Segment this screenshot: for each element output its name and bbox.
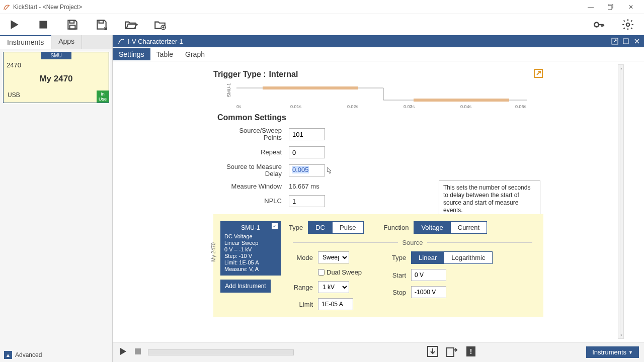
- start-input[interactable]: [411, 269, 446, 281]
- range-select[interactable]: 1 kV: [318, 281, 349, 293]
- smu-line: DC Voltage: [224, 233, 277, 239]
- log-button[interactable]: Logarithmic: [444, 252, 492, 263]
- svg-text:0.04s: 0.04s: [460, 104, 472, 109]
- warning-icon[interactable]: !: [464, 345, 477, 359]
- app-logo-icon: [3, 4, 10, 11]
- linear-button[interactable]: Linear: [412, 252, 444, 263]
- document-tab[interactable]: I-V Characterizer-1: [113, 35, 188, 47]
- common-settings-title: Common Settings: [217, 113, 543, 122]
- type-pulse-button[interactable]: Pulse: [333, 222, 363, 233]
- save-button[interactable]: [62, 16, 83, 34]
- svg-rect-13: [263, 86, 358, 89]
- smu-line: Measure: V, A: [224, 266, 277, 272]
- subtab-table[interactable]: Table: [150, 48, 179, 60]
- document-tab-label: I-V Characterizer-1: [128, 38, 183, 45]
- export-data-icon[interactable]: [445, 345, 458, 359]
- bottom-play-button[interactable]: [118, 346, 128, 358]
- instrument-model: 2470: [4, 59, 109, 71]
- source-section-label: Source: [402, 239, 423, 246]
- mode-label: Mode: [289, 254, 313, 261]
- func-voltage-button[interactable]: Voltage: [414, 222, 450, 233]
- app-tab-icon: [118, 38, 125, 45]
- svg-rect-3: [70, 20, 74, 23]
- range-label: Range: [289, 284, 313, 291]
- instruments-button[interactable]: Instruments▼: [586, 346, 639, 358]
- cursor-icon: [327, 167, 332, 174]
- smu-check-icon[interactable]: ✓: [272, 223, 278, 229]
- advanced-toggle[interactable]: ▲ Advanced: [0, 348, 112, 362]
- function-segmented: Voltage Current: [414, 221, 487, 234]
- settings-scroll: ▴▾ Trigger Type : Internal SMU-1 0s 0.: [113, 61, 644, 342]
- delay-input[interactable]: 0.005: [289, 164, 325, 176]
- new-folder-button[interactable]: [150, 16, 170, 34]
- limit-label: Limit: [289, 301, 313, 308]
- svg-rect-23: [135, 348, 141, 354]
- license-button[interactable]: [589, 16, 609, 34]
- advanced-label: Advanced: [15, 351, 42, 358]
- instrument-type-badge: SMU: [41, 52, 71, 59]
- close-button[interactable]: ✕: [621, 2, 641, 13]
- delay-tooltip: This sets the number of seconds to delay…: [439, 180, 540, 218]
- svg-rect-2: [39, 21, 47, 28]
- close-tab-icon[interactable]: [632, 36, 642, 46]
- svg-text:0.01s: 0.01s: [290, 104, 302, 109]
- stop-input[interactable]: [411, 286, 446, 298]
- dual-sweep-checkbox[interactable]: [318, 269, 325, 276]
- restore-button[interactable]: [601, 2, 621, 13]
- svg-rect-16: [414, 99, 509, 102]
- type-dc-button[interactable]: DC: [308, 222, 333, 233]
- instrument-card[interactable]: SMU 2470 My 2470 USB In Use: [3, 52, 109, 103]
- timeline-chart: SMU-1 0s 0.01s 0.02s 0.03s 0.04s 0.05s: [213, 83, 543, 110]
- bottom-stop-button[interactable]: [133, 346, 143, 358]
- svg-text:0.03s: 0.03s: [404, 104, 415, 109]
- window-title: KickStart - <New Project>: [13, 4, 581, 11]
- subtab-graph[interactable]: Graph: [179, 48, 211, 60]
- function-label: Function: [384, 224, 409, 231]
- window-label: Measure Window: [219, 183, 282, 190]
- sweep-type-label: Type: [382, 254, 406, 261]
- export-icon[interactable]: [533, 68, 543, 80]
- tab-instruments[interactable]: Instruments: [0, 35, 51, 49]
- save-as-button[interactable]: [92, 16, 112, 34]
- tab-apps[interactable]: Apps: [51, 35, 82, 49]
- smu-card[interactable]: SMU-1✓ DC Voltage Linear Sweep 0 V – -1 …: [220, 221, 281, 276]
- stop-button[interactable]: [33, 16, 53, 34]
- svg-rect-4: [70, 25, 75, 29]
- smu-line: 0 V – -1 kV: [224, 246, 277, 252]
- advanced-icon: ▲: [4, 351, 12, 359]
- limit-input[interactable]: [318, 298, 353, 310]
- smu-line: Limit: 1E-05 A: [224, 259, 277, 265]
- subtabs: Settings Table Graph: [113, 47, 644, 61]
- sidebar: Instruments Apps SMU 2470 My 2470 USB In…: [0, 35, 113, 362]
- minimize-button[interactable]: —: [581, 2, 601, 13]
- add-instrument-button[interactable]: Add Instrument: [220, 280, 271, 293]
- subtab-settings[interactable]: Settings: [113, 48, 150, 60]
- svg-text:0.02s: 0.02s: [347, 104, 359, 109]
- start-label: Start: [382, 272, 406, 279]
- open-button[interactable]: ▾: [121, 16, 141, 34]
- smu-line: Linear Sweep: [224, 240, 277, 246]
- instrument-connection: USB: [5, 89, 23, 101]
- svg-point-8: [626, 23, 630, 27]
- import-icon[interactable]: [426, 345, 439, 359]
- mode-select[interactable]: Sweep: [318, 251, 349, 263]
- svg-rect-5: [99, 20, 104, 23]
- settings-button[interactable]: [618, 16, 638, 34]
- points-label: Source/Sweep Points: [219, 127, 282, 141]
- popout-icon[interactable]: [610, 36, 620, 46]
- nplc-input[interactable]: [289, 195, 325, 207]
- sweep-type-segmented: Linear Logarithmic: [411, 251, 493, 264]
- points-input[interactable]: [289, 128, 325, 140]
- type-label: Type: [289, 224, 303, 231]
- repeat-input[interactable]: [289, 146, 325, 158]
- nplc-label: NPLC: [219, 198, 282, 205]
- smu-line: Step: -10 V: [224, 253, 277, 259]
- scrollbar[interactable]: ▴▾: [618, 64, 624, 339]
- svg-point-7: [594, 23, 599, 27]
- trigger-type-value: Internal: [269, 70, 298, 79]
- svg-rect-25: [447, 348, 454, 356]
- maximize-icon[interactable]: [621, 36, 631, 46]
- func-current-button[interactable]: Current: [451, 222, 487, 233]
- instrument-name: My 2470: [4, 71, 109, 87]
- run-button[interactable]: [4, 16, 24, 34]
